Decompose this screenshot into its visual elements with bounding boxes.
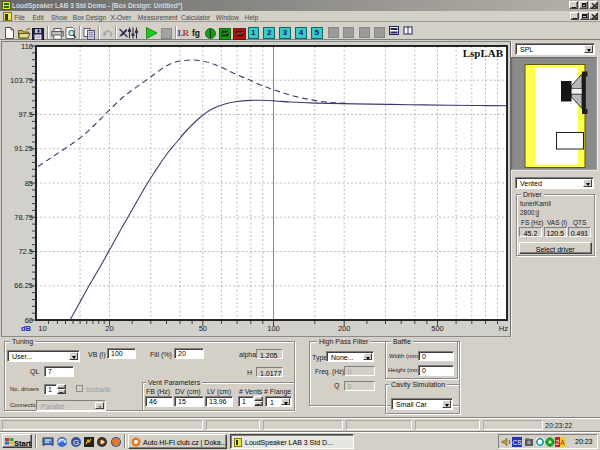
svg-text:10: 10 (38, 324, 46, 333)
svg-text:20: 20 (105, 324, 113, 333)
svg-text:85: 85 (25, 179, 33, 188)
svg-text:200: 200 (338, 324, 351, 333)
svg-text:LspLAB: LspLAB (463, 47, 504, 59)
svg-text:78.75: 78.75 (14, 213, 33, 222)
svg-text:72.5: 72.5 (18, 247, 33, 256)
svg-text:50: 50 (199, 324, 207, 333)
svg-text:500: 500 (431, 324, 444, 333)
svg-text:CS: CS (512, 439, 522, 446)
svg-text:100: 100 (267, 324, 280, 333)
svg-text:2: 2 (556, 439, 560, 446)
svg-text:97.5: 97.5 (18, 110, 33, 119)
svg-text:103.75: 103.75 (10, 76, 33, 85)
svg-text:66.25: 66.25 (14, 281, 33, 290)
svg-text:91.25: 91.25 (14, 144, 33, 153)
svg-text:A: A (560, 439, 565, 446)
svg-text:110: 110 (21, 42, 33, 51)
svg-text:dB: dB (21, 324, 32, 333)
svg-text:Hz: Hz (499, 324, 508, 333)
svg-text:G: G (73, 438, 79, 447)
